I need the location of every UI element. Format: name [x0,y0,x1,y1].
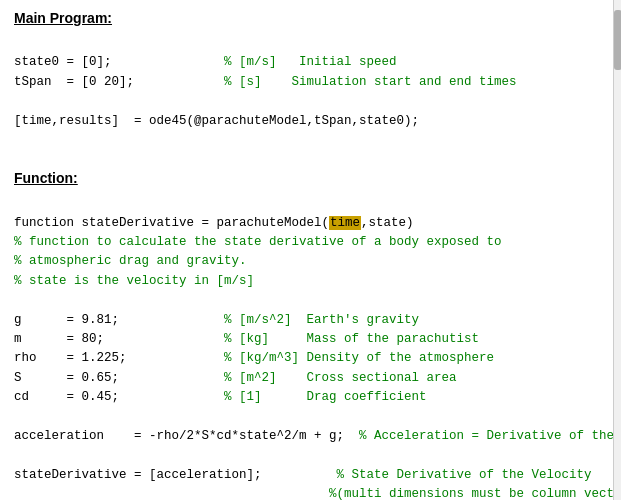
function-heading: Function: [14,170,607,186]
fn-comment2: % atmospheric drag and gravity. [14,254,247,268]
main-heading: Main Program: [14,10,607,26]
function-section: Function: function stateDerivative = par… [14,170,607,500]
s-line: S = 0.65; % [m^2] Cross sectional area [14,371,457,385]
rho-line: rho = 1.225; % [kg/m^3] Density of the a… [14,351,494,365]
scrollbar-thumb[interactable] [614,10,621,70]
g-line: g = 9.81; % [m/s^2] Earth's gravity [14,313,419,327]
fn-comment3: % state is the velocity in [m/s] [14,274,254,288]
acceleration-line: acceleration = -rho/2*S*cd*state^2/m + g… [14,429,621,443]
fn-signature-line: function stateDerivative = parachuteMode… [14,216,414,230]
tspan-line: tSpan = [0 20]; % [s] Simulation start a… [14,75,517,89]
main-section: Main Program: state0 = [0]; % [m/s] Init… [14,10,607,150]
state0-line: state0 = [0]; % [m/s] Initial speed [14,55,397,69]
state-deriv-line: stateDerivative = [acceleration]; % Stat… [14,468,592,482]
fn-comment1: % function to calculate the state deriva… [14,235,502,249]
scrollbar[interactable] [613,0,621,500]
function-code: function stateDerivative = parachuteMode… [14,194,607,500]
cd-line: cd = 0.45; % [1] Drag coefficient [14,390,427,404]
m-line: m = 80; % [kg] Mass of the parachutist [14,332,479,346]
ode45-line: [time,results] = ode45(@parachuteModel,t… [14,114,419,128]
multi-dim-line: %(multi dimensions must be column vect [14,487,614,500]
main-code: state0 = [0]; % [m/s] Initial speed tSpa… [14,34,607,150]
